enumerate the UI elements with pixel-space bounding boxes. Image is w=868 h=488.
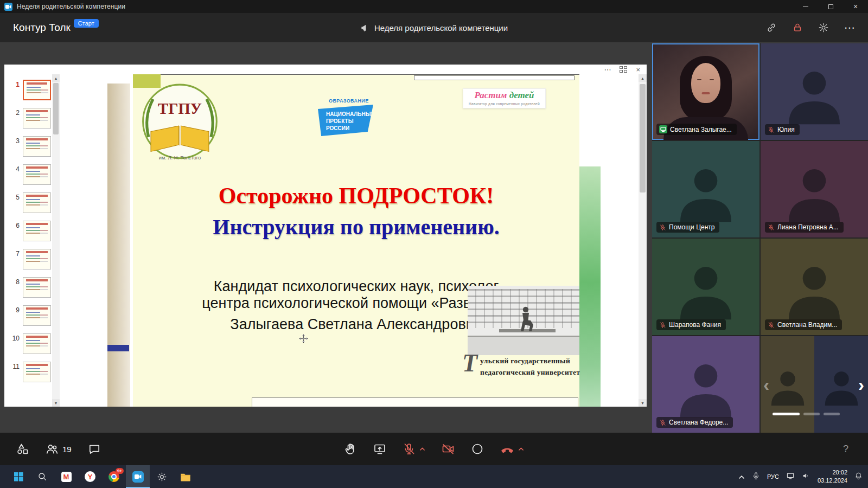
tray-volume-icon[interactable] <box>802 472 810 482</box>
screen-share-icon <box>659 125 667 133</box>
tray-network-icon[interactable] <box>786 472 795 482</box>
video-tile[interactable]: Юлия <box>761 43 868 140</box>
video-tile-speaker[interactable]: Светлана Залыгае... <box>652 43 760 140</box>
prev-page-arrow-icon[interactable]: ‹ <box>763 375 769 394</box>
board-tools-button[interactable] <box>16 442 29 455</box>
header-more-icon[interactable]: ⋯ <box>844 22 855 33</box>
clock-time: 20:02 <box>818 468 847 477</box>
camera-off-button[interactable] <box>442 442 455 455</box>
slide-viewer[interactable]: ТГПУ им. Л. Н. Толстого ОБРАЗОВАНИЕ НАЦИ… <box>60 74 639 407</box>
start-button[interactable] <box>7 465 30 488</box>
taskbar-browser-icon[interactable]: 9+ <box>102 465 126 488</box>
minimize-button[interactable] <box>793 0 818 13</box>
mouse-move-cursor <box>298 333 309 346</box>
scrollbar-thumb[interactable] <box>53 83 59 134</box>
maximize-button[interactable] <box>818 0 843 13</box>
slide-thumbnail-1[interactable]: 1 <box>10 80 51 100</box>
taskbar-yandex-icon[interactable]: Y <box>78 465 102 488</box>
panel-close-icon[interactable]: × <box>636 66 640 73</box>
mic-options-chevron-icon[interactable] <box>419 447 425 451</box>
microphone-muted-button[interactable] <box>403 442 425 455</box>
scrollbar-thumb[interactable] <box>640 84 646 192</box>
window-titlebar: Неделя родительской компетенции × <box>0 0 868 13</box>
taskbar-settings-icon[interactable] <box>150 465 174 488</box>
raise-hand-button[interactable] <box>344 442 357 455</box>
scroll-up-icon[interactable]: ▲ <box>52 74 60 82</box>
mic-muted-icon <box>768 224 775 231</box>
thumbnail-image <box>23 136 51 157</box>
video-tile[interactable]: Светлана Владим... <box>761 239 868 335</box>
thumbnail-image <box>23 80 51 100</box>
slide-thumbnail-3[interactable]: 3 <box>10 136 51 157</box>
start-badge: Старт <box>74 19 99 28</box>
video-tile[interactable]: Светлана Федоре... <box>652 336 760 433</box>
next-page-arrow-icon[interactable]: › <box>858 375 864 394</box>
scroll-down-icon[interactable]: ▼ <box>639 399 647 407</box>
avatar-silhouette <box>784 161 845 222</box>
taskbar-search-button[interactable] <box>30 465 54 488</box>
grid-pagination[interactable] <box>773 413 840 415</box>
thumbnails-scrollbar[interactable]: ▲ ▼ <box>52 74 60 407</box>
panel-layout-icon[interactable] <box>620 66 627 73</box>
tray-mic-icon[interactable] <box>752 472 760 482</box>
participants-video-grid: Светлана Залыгае... Юлия Помощи Центр <box>652 43 868 433</box>
video-tile-next-page[interactable]: ‹ › <box>761 336 868 433</box>
slide-thumbnail-2[interactable]: 2 <box>10 108 51 129</box>
slide-thumbnail-9[interactable]: 9 <box>10 305 51 326</box>
video-tile[interactable]: Лиана Петровна А... <box>761 141 868 237</box>
chat-button[interactable] <box>88 442 101 455</box>
scroll-down-icon[interactable]: ▼ <box>52 399 60 407</box>
record-button[interactable] <box>471 442 484 455</box>
slide-placeholder-bottom <box>252 397 578 407</box>
video-tile[interactable]: Помощи Центр <box>652 141 760 237</box>
slide-thumbnail-10[interactable]: 10 <box>10 333 51 354</box>
statue-silhouette <box>518 306 536 332</box>
participant-name-label: Светлана Залыгае... <box>656 124 737 135</box>
help-button[interactable]: ? <box>843 444 848 455</box>
slide-thumbnail-5[interactable]: 5 <box>10 192 51 213</box>
taskbar-talk-app-icon[interactable] <box>126 465 150 488</box>
slide-scrollbar[interactable]: ▲ ▼ <box>639 74 647 407</box>
participants-button[interactable]: 19 <box>46 442 72 455</box>
leave-call-button[interactable] <box>500 442 524 456</box>
mic-muted-icon <box>659 322 666 329</box>
participant-name-label: Светлана Федоре... <box>656 417 733 428</box>
lock-room-icon[interactable] <box>792 22 803 33</box>
taskbar-explorer-icon[interactable] <box>174 465 197 488</box>
tspu-university-logo: ТГПУ им. Л. Н. Толстого <box>136 82 226 163</box>
page-indicator[interactable] <box>803 413 820 415</box>
svg-text:ТГПУ: ТГПУ <box>158 100 202 117</box>
page-indicator[interactable] <box>824 413 840 415</box>
page-indicator-active[interactable] <box>773 413 800 415</box>
taskbar-clock[interactable]: 20:02 03.12.2024 <box>818 468 847 485</box>
scroll-up-icon[interactable]: ▲ <box>639 74 647 82</box>
thumbnail-image <box>23 333 51 354</box>
slide-placeholder-top <box>414 75 575 80</box>
screen-share-button[interactable] <box>373 442 386 455</box>
thumbnail-image <box>23 277 51 298</box>
avatar-silhouette <box>822 367 861 406</box>
call-options-chevron-icon[interactable] <box>518 447 524 451</box>
slide-thumbnail-11[interactable]: 11 <box>10 362 51 382</box>
call-toolbar: 19 <box>0 433 868 465</box>
settings-gear-icon[interactable] <box>818 22 829 33</box>
slide-right-stripe <box>579 166 601 407</box>
copy-link-icon[interactable] <box>766 22 777 33</box>
participants-count: 19 <box>62 445 72 454</box>
tray-show-hidden-icon[interactable] <box>738 472 745 481</box>
avatar-silhouette <box>784 63 845 124</box>
taskbar-gmail-icon[interactable]: M <box>54 465 78 488</box>
thumbnail-image <box>23 192 51 213</box>
mic-muted-icon <box>768 322 775 329</box>
tray-notifications-icon[interactable] <box>854 472 863 482</box>
slide-thumbnail-4[interactable]: 4 <box>10 164 51 185</box>
slide-thumbnail-8[interactable]: 8 <box>10 277 51 298</box>
video-tile[interactable]: Шарапова Фания <box>652 239 760 335</box>
tray-language-indicator[interactable]: РУС <box>767 473 779 480</box>
slide-thumbnail-7[interactable]: 7 <box>10 249 51 269</box>
participant-name-label: Светлана Владим... <box>765 319 842 330</box>
close-button[interactable]: × <box>843 0 868 13</box>
mic-muted-icon <box>659 419 666 426</box>
slide-thumbnail-6[interactable]: 6 <box>10 221 51 241</box>
panel-more-icon[interactable]: ⋯ <box>604 66 611 73</box>
